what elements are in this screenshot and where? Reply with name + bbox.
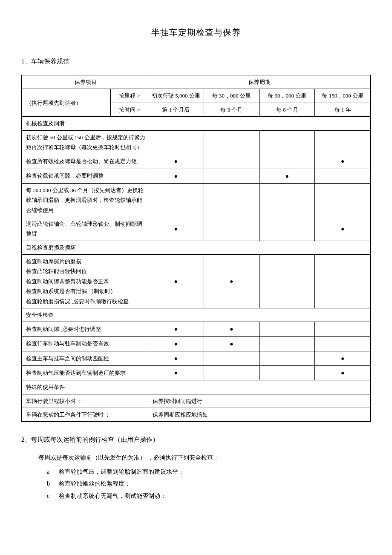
g2r0-m1: ● xyxy=(204,322,259,336)
check-letter-b: b xyxy=(47,479,57,489)
check-text-b: 检查轮胎螺丝的松紧程度； xyxy=(59,480,130,487)
g0r0-m3 xyxy=(315,130,371,154)
mileage-3: 每 150，000 公里 xyxy=(315,89,371,103)
g2r1-m0: ● xyxy=(148,336,204,351)
g2r0-label: 检查制动间隙 ,必要时进行调整 xyxy=(22,322,148,336)
check-letter-c: c xyxy=(47,492,57,501)
check-item-b: b 检查轮胎螺丝的松紧程度； xyxy=(47,479,371,489)
g1r0-label: 检查制动摩擦片的磨损 检查凸轮轴能否轻快回位 检查制动间隙调整臂功能是否正常 检… xyxy=(22,255,148,308)
g2r1-m3 xyxy=(315,336,371,351)
g0r1-m3: ● xyxy=(315,154,371,169)
g1r0-m0: ● xyxy=(148,255,204,308)
time-1: 每 3 个月 xyxy=(204,103,259,116)
g0r0-m0 xyxy=(148,130,204,154)
exec-note: （执行两项先到达者） xyxy=(22,89,111,117)
page-title: 半挂车定期检查与保养 xyxy=(21,26,371,39)
g2r1-m1: ● xyxy=(204,336,259,351)
section2-intro: 每周或是每次运输前（以先发生的为准） ，必须执行下列安全检查： xyxy=(38,453,371,463)
time-3: 每 1 年 xyxy=(315,103,371,116)
mileage-1: 每 30，000 公里 xyxy=(204,89,259,103)
g0r4-m0: ● xyxy=(148,217,204,241)
check-item-a: a 检查轮胎气压，调整到轮胎制造商的建议水平； xyxy=(47,467,371,477)
g1r0-m2 xyxy=(259,255,315,308)
g0r2-label: 检查轮载轴承间隙，必要时调整 xyxy=(22,169,148,183)
g2r3-m0: ● xyxy=(148,365,204,380)
g0r2-m3 xyxy=(315,169,371,183)
g3r0-label: 车辆行驶里程较小时 ： xyxy=(22,394,148,408)
g2r2-m1 xyxy=(204,351,259,365)
check-text-a: 检查轮胎气压，调整到轮胎制造商的建议水平； xyxy=(59,469,184,475)
check-text-c: 检查制动系统有无漏气，测试能否制动； xyxy=(59,493,166,499)
g0r1-m0: ● xyxy=(148,154,204,169)
g0r4-m3: ● xyxy=(315,217,371,241)
g0r3-m0 xyxy=(148,183,204,217)
g0r0-label: 初次行驶 50 公里或 150 公里后，按规定的拧紧力矩再次拧紧车轮螺母（每次更… xyxy=(22,130,148,154)
group1-title: 目视检查磨损及损坏 xyxy=(22,241,371,254)
g3r1-label: 车辆在恶劣的工作条件下行驶时 ： xyxy=(22,408,148,421)
g0r1-label: 检查所有螺栓及螺母是否松动、尚在规定力矩 xyxy=(22,154,148,169)
g0r2-m1 xyxy=(204,169,259,183)
time-0: 第 1 个月后 xyxy=(148,103,204,116)
g0r3-m2 xyxy=(259,183,315,217)
group2-title: 安全性检查 xyxy=(22,308,371,322)
g0r0-m2 xyxy=(259,130,315,154)
by-mileage-label: 按里程 > xyxy=(110,89,148,103)
g2r2-m2 xyxy=(259,351,315,365)
g2r0-m0: ● xyxy=(148,322,204,336)
g0r3-m3 xyxy=(315,183,371,217)
g2r3-m3: ● xyxy=(315,365,371,380)
section1-heading: 1、车辆保养规范 xyxy=(21,56,371,66)
g3r0-note: 保养按时间间隔进行 xyxy=(148,394,371,408)
group3-title: 特殊的使用条件 xyxy=(22,380,371,394)
g0r4-m1 xyxy=(204,217,259,241)
time-2: 每 6 个月 xyxy=(259,103,315,116)
g2r1-label: 检查行车制动与驻车制动是否有效 xyxy=(22,336,148,351)
g2r1-m2 xyxy=(259,336,315,351)
check-item-c: c 检查制动系统有无漏气，测试能否制动； xyxy=(47,492,371,501)
section2-heading: 2、每周或每次运输前的例行检查（由用户操作） xyxy=(21,434,371,445)
g2r2-m3: ● xyxy=(315,351,371,365)
g0r1-m1 xyxy=(204,154,259,169)
mileage-2: 每 90，000 公里 xyxy=(259,89,315,103)
g0r1-m2 xyxy=(259,154,315,169)
group0-title: 机械检查及润滑 xyxy=(22,117,371,130)
g2r2-label: 检查主车与挂车之间的制动匹配性 xyxy=(22,351,148,365)
g0r4-m2 xyxy=(259,217,315,241)
g0r3-m1 xyxy=(204,183,259,217)
g0r2-m0: ● xyxy=(148,169,204,183)
by-time-label: 按时间 > xyxy=(110,103,148,116)
g0r2-m2: ● xyxy=(259,169,315,183)
g2r3-m2 xyxy=(259,365,315,380)
mileage-0: 初次行驶 5,000 公里 xyxy=(148,89,204,103)
maintenance-table: 保养项目 保养周期 （执行两项先到达者） 按里程 > 初次行驶 5,000 公里… xyxy=(21,75,371,422)
g2r0-m3 xyxy=(315,322,371,336)
g0r0-m1 xyxy=(204,130,259,154)
g2r3-label: 检查制动气压能否达到车辆制造厂的要求 xyxy=(22,365,148,380)
g2r3-m1 xyxy=(204,365,259,380)
g0r3-label: 每 300,000 公里或 36 个月（按先到达者）更换轮载轴承润滑脂，更换润滑… xyxy=(22,183,148,217)
g3r1-note: 保养周期应相应地缩短 xyxy=(148,408,371,421)
g2r2-m0: ● xyxy=(148,351,204,365)
g1r0-m3 xyxy=(315,255,371,308)
g0r4-label: 润滑凸轮轴轴套、凸轮轴球形轴套、制动间隙调整臂 xyxy=(22,217,148,241)
col-item: 保养项目 xyxy=(22,75,148,89)
check-letter-a: a xyxy=(47,467,57,477)
col-cycle: 保养周期 xyxy=(148,75,371,89)
g2r0-m2 xyxy=(259,322,315,336)
g1r0-m1: ● xyxy=(204,255,259,308)
